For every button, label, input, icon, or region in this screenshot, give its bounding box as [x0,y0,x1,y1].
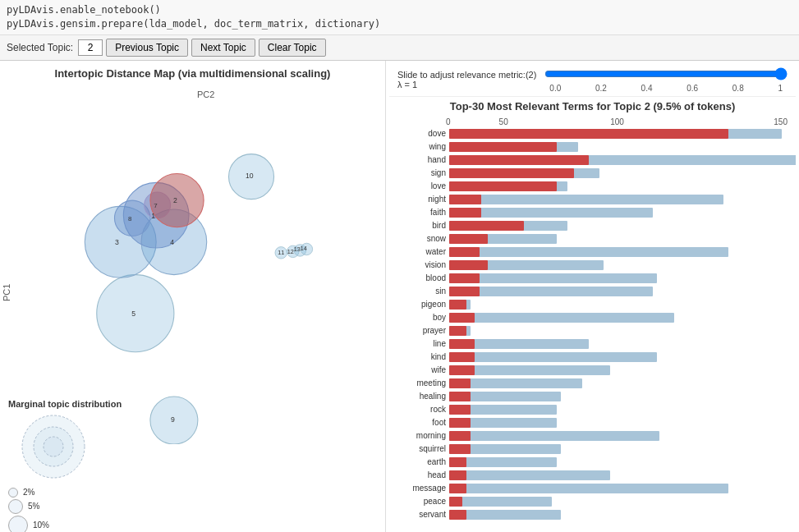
bar-row: prayer [393,325,792,337]
topic-circles-svg: 1 2 3 4 5 7 8 9 10 11 12 13 14 [16,99,361,444]
pc1-label: PC1 [2,283,11,300]
bar-fg [449,129,728,139]
bar-bg [449,247,728,257]
bar-bg [449,273,657,283]
right-panel: Slide to adjust relevance metric:(2) λ =… [386,61,799,532]
bar-row: message [393,483,792,494]
bar-row: wife [393,365,792,376]
topic-7-label: 7 [154,201,158,209]
bar-chart-container: dovewinghandsignlovenightfaithbirdsnowwa… [389,128,796,532]
bar-term-label: foot [393,418,446,427]
bar-area [449,287,792,296]
bar-term-label: earth [393,457,446,466]
bar-term-label: love [393,181,446,190]
bar-row: bird [393,220,792,232]
bar-area [449,339,792,349]
relevance-area: Slide to adjust relevance metric:(2) λ =… [389,64,796,97]
marginal-svg [8,412,99,482]
topic-2-label: 2 [173,196,177,204]
bar-area [449,352,792,362]
bar-term-label: dove [393,129,446,138]
bar-term-label: sign [393,168,446,177]
bar-row: love [393,181,792,192]
bar-fg [449,444,471,454]
bar-row: vision [393,259,792,271]
axis-labels: 0 50 100 150 [446,117,796,126]
bar-row: healing [393,391,792,402]
bar-row: foot [393,417,792,429]
bar-row: servant [393,509,792,521]
bar-fg [449,234,488,244]
bar-row: dove [393,128,792,140]
bar-bg [449,287,653,296]
pc2-label: PC2 [197,89,214,99]
bar-area [449,484,792,493]
bar-fg [449,247,480,257]
bar-term-label: blood [393,273,446,282]
bar-area [449,497,792,507]
bar-area [449,142,792,152]
bar-bg [449,431,659,441]
bar-area [449,444,792,454]
topic-label: Selected Topic: [7,42,73,53]
bar-bg [449,352,657,362]
bar-area [449,208,792,218]
bar-row: squirrel [393,443,792,455]
topic-13-label-text: 13 [294,245,301,253]
bar-term-label: line [393,339,446,348]
bar-fg [449,313,475,323]
topic-14-label: 14 [301,245,307,252]
marginal-legend: 2% 5% 10% [8,488,172,532]
topic-1-label: 1 [151,211,155,219]
bar-fg [449,484,466,493]
bar-row: morning [393,430,792,442]
bar-fg [449,405,471,415]
clear-topic-button[interactable]: Clear Topic [259,39,326,57]
bar-fg [449,339,475,349]
bar-term-label: sin [393,287,446,296]
bar-area [449,168,792,178]
bar-area [449,221,792,231]
bar-row: sign [393,167,792,179]
relevance-label-text: Slide to adjust relevance metric:(2) [397,70,536,80]
bar-fg [449,470,466,480]
prev-topic-button[interactable]: Previous Topic [106,39,188,57]
topic-10-label: 10 [246,172,254,180]
bar-area [449,260,792,270]
scatter-area: PC2 PC1 1 2 [0,83,385,444]
bar-term-label: healing [393,392,446,401]
bar-bg [449,195,723,204]
bar-fg [449,457,466,467]
bar-term-label: faith [393,208,446,217]
topic-input[interactable] [78,39,103,56]
bar-row: head [393,470,792,481]
bar-term-label: kind [393,352,446,361]
topic-4-label: 4 [170,237,174,245]
bar-area [449,195,792,204]
svg-point-2 [44,437,63,456]
bar-row: water [393,246,792,258]
bar-fg [449,418,471,428]
bar-term-label: night [393,195,446,204]
marginal-area: Marginal topic distribution 2% 5% 10% [8,399,172,532]
bar-fg [449,365,475,375]
bar-row: line [393,338,792,350]
bar-row: night [393,194,792,205]
topic-3-label: 3 [115,237,119,245]
bar-area [449,457,792,467]
bar-area [449,326,792,336]
lambda-label: λ = 1 [397,80,536,89]
bar-term-label: head [393,470,446,479]
relevance-slider[interactable] [544,67,788,80]
bar-fg [449,300,466,310]
bar-fg [449,168,574,178]
bar-area [449,181,792,191]
topic-11-label: 11 [278,249,284,256]
next-topic-button[interactable]: Next Topic [191,39,255,57]
bar-area [449,365,792,375]
code-line-1: pyLDAvis.enable_notebook() [7,3,792,17]
bar-term-label: bird [393,221,446,230]
marginal-title: Marginal topic distribution [8,399,172,409]
bar-area [449,431,792,441]
bar-term-label: hand [393,155,446,164]
